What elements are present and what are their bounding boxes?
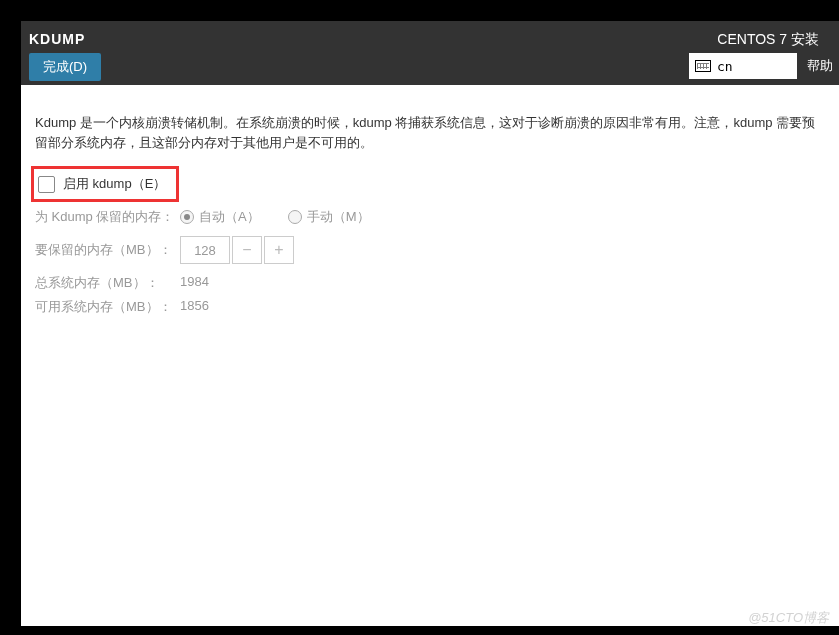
- help-link[interactable]: 帮助: [807, 57, 833, 75]
- radio-auto-item[interactable]: 自动（A）: [180, 208, 260, 226]
- enable-kdump-label: 启用 kdump（E）: [63, 175, 166, 193]
- done-button[interactable]: 完成(D): [29, 53, 101, 81]
- enable-kdump-checkbox[interactable]: [38, 176, 55, 193]
- watermark: @51CTO博客: [748, 609, 829, 627]
- keyboard-layout-value: cn: [717, 59, 733, 74]
- total-memory-row: 总系统内存（MB）： 1984: [35, 274, 825, 292]
- installer-panel: KDUMP 完成(D) CENTOS 7 安装 cn 帮助 Kdump 是一个内…: [21, 21, 839, 626]
- radio-manual-item[interactable]: 手动（M）: [288, 208, 370, 226]
- keyboard-layout-selector[interactable]: cn: [689, 53, 797, 79]
- content-area: Kdump 是一个内核崩溃转储机制。在系统崩溃的时候，kdump 将捕获系统信息…: [21, 85, 839, 344]
- total-memory-value: 1984: [180, 274, 209, 292]
- increment-button[interactable]: +: [264, 236, 294, 264]
- usable-memory-label: 可用系统内存（MB）：: [35, 298, 180, 316]
- install-title: CENTOS 7 安装: [717, 31, 819, 49]
- page-title: KDUMP: [29, 31, 85, 47]
- usable-memory-value: 1856: [180, 298, 209, 316]
- reserve-amount-input[interactable]: [180, 236, 230, 264]
- to-reserve-label: 要保留的内存（MB）：: [35, 241, 180, 259]
- reserved-radio-group: 自动（A） 手动（M）: [180, 208, 398, 226]
- total-memory-label: 总系统内存（MB）：: [35, 274, 180, 292]
- radio-manual[interactable]: [288, 210, 302, 224]
- radio-manual-label: 手动（M）: [307, 208, 370, 226]
- to-reserve-row: 要保留的内存（MB）： − +: [35, 236, 825, 264]
- kdump-description: Kdump 是一个内核崩溃转储机制。在系统崩溃的时候，kdump 将捕获系统信息…: [35, 113, 825, 152]
- reserved-memory-label: 为 Kdump 保留的内存：: [35, 208, 180, 226]
- decrement-button[interactable]: −: [232, 236, 262, 264]
- radio-auto[interactable]: [180, 210, 194, 224]
- enable-kdump-row[interactable]: 启用 kdump（E）: [31, 166, 179, 202]
- top-bar: KDUMP 完成(D) CENTOS 7 安装 cn 帮助: [21, 21, 839, 85]
- keyboard-icon: [695, 60, 711, 72]
- radio-auto-label: 自动（A）: [199, 208, 260, 226]
- usable-memory-row: 可用系统内存（MB）： 1856: [35, 298, 825, 316]
- reserved-memory-row: 为 Kdump 保留的内存： 自动（A） 手动（M）: [35, 208, 825, 226]
